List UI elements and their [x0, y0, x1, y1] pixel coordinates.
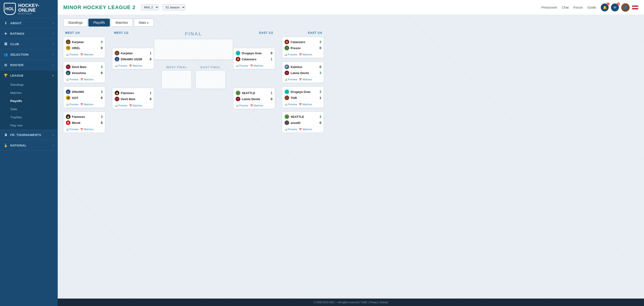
- team-name: Drugaya Gran: [242, 52, 267, 55]
- preview-link[interactable]: 📊Preview: [66, 128, 78, 131]
- team-name: Devil Bats: [72, 65, 98, 69]
- preview-link[interactable]: 📊Preview: [236, 104, 248, 107]
- west-14-match-2: 🦇 Devil Bats 3 🐟 kineshma 0 📊Preview 📅Ma…: [63, 62, 105, 83]
- match-links: 📊Preview 📅Matches: [284, 102, 321, 106]
- team-row: 🐾 assetD 0: [284, 120, 321, 126]
- logo-text: HOCKEY-ONLINE MANAGER: [18, 3, 54, 15]
- matches-link[interactable]: 📅Matches: [299, 128, 312, 131]
- sidebar-item-roster[interactable]: ⚖ ROSTER ›: [0, 60, 58, 70]
- team-row: 🦇 Latvia Devils 3: [284, 70, 321, 76]
- matches-link[interactable]: 📅Matches: [299, 78, 312, 81]
- chart-icon: 📊: [66, 53, 69, 56]
- matches-link[interactable]: 📅Matches: [299, 103, 312, 106]
- preview-link[interactable]: 📊Preview: [66, 53, 78, 56]
- matches-tab[interactable]: Matches: [111, 19, 133, 27]
- team-name: Catanzaro: [242, 58, 267, 61]
- sidebar-logo: HOL HOCKEY-ONLINE MANAGER: [0, 0, 58, 18]
- team-row: 🔥 Flammes 3: [66, 114, 102, 120]
- team-icon: 🦇: [66, 65, 70, 69]
- season-select[interactable]: 51 season: [163, 4, 186, 11]
- preview-link[interactable]: 📊Preview: [284, 78, 297, 81]
- playoffs-tab[interactable]: Playoffs: [88, 19, 110, 27]
- sidebar-item-about-label: ABOUT: [10, 22, 22, 25]
- team-score: 3: [99, 90, 102, 94]
- sidebar-item-national[interactable]: 🏅 NATIONAL ›: [0, 140, 58, 150]
- forum-link[interactable]: Forum: [573, 6, 582, 9]
- preview-link[interactable]: 📊Preview: [115, 104, 127, 107]
- team-icon: 🐻: [115, 51, 119, 56]
- sidebar-subitem-trophies[interactable]: Trophies: [0, 113, 58, 121]
- chart-icon: 📊: [66, 128, 69, 131]
- sidebar-subitem-matches[interactable]: Matches: [0, 89, 58, 97]
- footer-text: © 2009-2019 HOL — All rights reserved | …: [314, 301, 388, 304]
- team-score: 0: [99, 71, 102, 75]
- language-flag[interactable]: [632, 5, 638, 10]
- matches-link[interactable]: 📅Matches: [129, 104, 142, 107]
- preview-link[interactable]: 📊Preview: [284, 53, 297, 56]
- team-score: 0: [318, 65, 321, 69]
- matches-link[interactable]: 📅Matches: [299, 53, 312, 56]
- pressroom-link[interactable]: Pressroom: [542, 6, 557, 9]
- calendar-icon: 📅: [80, 103, 83, 106]
- chevron-right-icon: ›: [53, 43, 54, 45]
- team-row: 🔥 Flammes 1: [115, 90, 152, 96]
- matches-link[interactable]: 📅Matches: [80, 78, 94, 81]
- sidebar-item-about[interactable]: ℹ ABOUT ›: [0, 18, 58, 28]
- preview-link[interactable]: 📊Preview: [284, 128, 297, 131]
- sidebar-item-selection[interactable]: 👥 SELECTION ›: [0, 49, 58, 60]
- standings-tab[interactable]: Standings: [63, 19, 88, 27]
- team-icon: ⚓: [66, 89, 70, 94]
- team-icon: 🌀: [236, 51, 240, 56]
- team-icon: 🦁: [236, 57, 240, 62]
- sidebar-item-club[interactable]: 🏛 CLUB ›: [0, 39, 58, 49]
- team-score: 1: [148, 91, 152, 95]
- sidebar-item-league[interactable]: 🏆 LEAGUE ∨: [0, 70, 58, 81]
- team-icon: 🌿: [284, 46, 289, 50]
- roster-icon: ⚖: [4, 63, 8, 67]
- preview-link[interactable]: 📊Preview: [284, 103, 297, 106]
- team-name: DINAMO: [72, 90, 98, 94]
- matches-link[interactable]: 📅Matches: [80, 103, 94, 106]
- matches-link[interactable]: 📅Matches: [129, 64, 142, 67]
- team-icon: ⚓: [115, 57, 119, 62]
- calendar-icon: 📅: [129, 65, 132, 67]
- toolbar: Standings Playoffs Matches Stats: [63, 19, 638, 27]
- west-12-match-1: 🐻 Karjalan 1 ⚓ DINAMO USSR 0 📊Preview 📅M…: [112, 48, 154, 69]
- chat-link[interactable]: Chat: [562, 6, 569, 9]
- sidebar-subitem-play-now[interactable]: Play now: [0, 121, 58, 129]
- calendar-icon: 📅: [129, 104, 132, 107]
- team-row: 🌲 SEATTLE 1: [236, 90, 272, 96]
- sidebar-section-league: 🏆 LEAGUE ∨ Standings Matches Playoffs St…: [0, 70, 58, 130]
- guide-link[interactable]: Guide: [588, 6, 596, 9]
- west-12-column: WEST 1/2 🐻 Karjalan 1 ⚓ DINAMO USSR 0: [112, 30, 154, 109]
- message-button[interactable]: ✉ 8: [611, 4, 619, 12]
- sidebar-item-fr-tournaments[interactable]: 🖥 FR. TOURNAMENTS ›: [0, 130, 58, 140]
- team-name: assetD: [290, 121, 316, 125]
- matches-link[interactable]: 📅Matches: [80, 128, 94, 131]
- sidebar-subitem-playoffs[interactable]: Playoffs: [0, 97, 58, 105]
- message-badge: 8: [617, 3, 620, 5]
- user-avatar[interactable]: 👤: [621, 3, 630, 12]
- sidebar-subitem-standings[interactable]: Standings: [0, 81, 58, 89]
- stats-tab[interactable]: Stats: [134, 19, 154, 27]
- preview-link[interactable]: 📊Preview: [66, 78, 78, 81]
- notification-button[interactable]: 🔔 1: [601, 4, 609, 12]
- chart-icon: 📊: [236, 65, 238, 67]
- sidebar-item-ratings[interactable]: ★ RATINGS ›: [0, 29, 58, 39]
- match-links: 📊Preview 📅Matches: [236, 63, 272, 67]
- sidebar-subitem-stats[interactable]: Stats: [0, 105, 58, 113]
- matches-link[interactable]: 📅Matches: [250, 64, 263, 67]
- west-final-match: [162, 70, 192, 89]
- matches-link[interactable]: 📅Matches: [80, 53, 94, 56]
- preview-link[interactable]: 📊Preview: [115, 64, 127, 67]
- league-title: MINOR HOCKEY LEAGUE 2: [63, 5, 136, 11]
- league-select[interactable]: MHL 2: [141, 4, 159, 11]
- team-name: SEATTLE: [290, 115, 316, 119]
- sidebar-item-ratings-label: RATINGS: [10, 32, 24, 35]
- preview-link[interactable]: 📊Preview: [236, 64, 248, 67]
- team-name: Flammes: [72, 115, 98, 119]
- chart-icon: 📊: [236, 104, 238, 107]
- preview-link[interactable]: 📊Preview: [66, 103, 78, 106]
- matches-link[interactable]: 📅Matches: [250, 104, 263, 107]
- west-12-match-2: 🔥 Flammes 1 🦇 Devil Bats 0 📊Preview 📅Mat…: [112, 88, 154, 109]
